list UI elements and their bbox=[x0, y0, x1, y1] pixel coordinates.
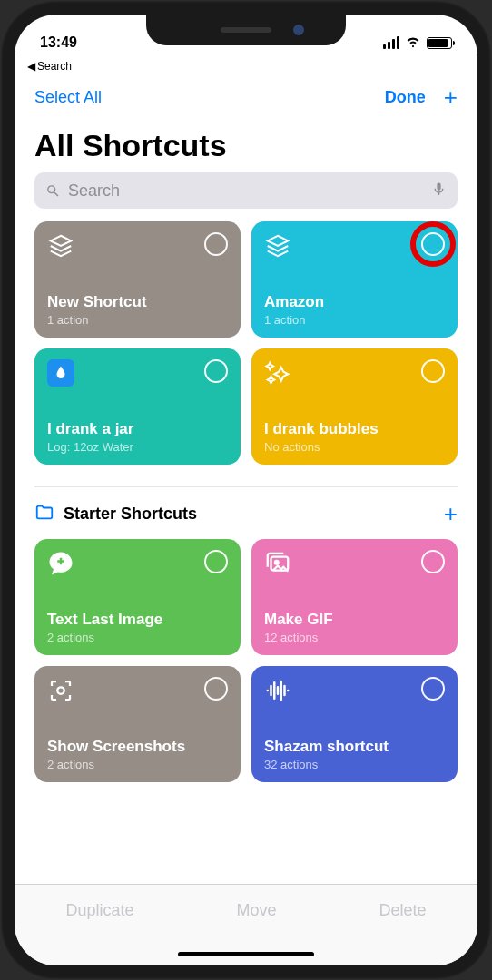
section-add-button[interactable]: + bbox=[444, 500, 458, 528]
select-toggle[interactable] bbox=[421, 359, 445, 383]
shortcut-card[interactable]: I drank bubbles No actions bbox=[251, 348, 458, 465]
bottom-toolbar: Duplicate Move Delete bbox=[15, 884, 477, 965]
screen: 13:49 ◀ Search Select All Done + bbox=[15, 15, 477, 965]
nav-bar: Select All Done + bbox=[15, 73, 477, 115]
move-button[interactable]: Move bbox=[237, 901, 277, 920]
select-all-button[interactable]: Select All bbox=[34, 88, 102, 107]
section-header: Starter Shortcuts + bbox=[15, 500, 477, 539]
chat-plus-icon bbox=[47, 550, 74, 577]
stack-icon bbox=[47, 232, 74, 260]
add-shortcut-button[interactable]: + bbox=[444, 83, 458, 112]
select-toggle[interactable] bbox=[204, 550, 228, 573]
clock: 13:49 bbox=[40, 34, 77, 51]
select-toggle[interactable] bbox=[204, 359, 228, 383]
page-title: All Shortcuts bbox=[15, 115, 477, 172]
shortcut-card[interactable]: Show Screenshots 2 actions bbox=[34, 666, 241, 782]
folder-icon bbox=[34, 503, 54, 526]
shortcut-card[interactable]: New Shortcut 1 action bbox=[34, 221, 241, 338]
stack-icon bbox=[264, 232, 291, 260]
shortcut-card[interactable]: Text Last Image 2 actions bbox=[34, 539, 241, 655]
starter-grid: Text Last Image 2 actions Make GIF 12 ac… bbox=[15, 539, 477, 800]
shortcut-card[interactable]: Make GIF 12 actions bbox=[251, 539, 458, 655]
section-title: Starter Shortcuts bbox=[64, 505, 197, 524]
images-icon bbox=[264, 550, 291, 577]
select-toggle[interactable] bbox=[204, 677, 228, 701]
search-icon bbox=[45, 183, 61, 199]
back-breadcrumb[interactable]: ◀ Search bbox=[15, 58, 477, 73]
duplicate-button[interactable]: Duplicate bbox=[65, 901, 133, 920]
search-input[interactable]: Search bbox=[34, 172, 458, 209]
mic-icon[interactable] bbox=[431, 181, 447, 201]
select-toggle[interactable] bbox=[421, 550, 445, 573]
cell-signal-icon bbox=[383, 36, 399, 49]
drop-icon bbox=[47, 359, 74, 387]
shortcut-card[interactable]: I drank a jar Log: 12oz Water bbox=[34, 348, 241, 465]
shortcut-card[interactable]: Amazon 1 action bbox=[251, 221, 458, 338]
battery-icon bbox=[427, 37, 452, 49]
screenshot-icon bbox=[47, 677, 74, 704]
wifi-icon bbox=[405, 33, 421, 53]
waveform-icon bbox=[264, 677, 291, 704]
done-button[interactable]: Done bbox=[385, 88, 426, 107]
shortcuts-grid: New Shortcut 1 action Amazon 1 action bbox=[15, 221, 477, 483]
delete-button[interactable]: Delete bbox=[379, 901, 426, 920]
svg-point-1 bbox=[275, 561, 279, 564]
home-indicator[interactable] bbox=[178, 952, 314, 956]
notch bbox=[146, 15, 346, 45]
select-toggle[interactable] bbox=[421, 677, 445, 701]
select-toggle[interactable] bbox=[204, 232, 228, 256]
divider bbox=[34, 486, 458, 487]
chevron-left-icon: ◀ bbox=[27, 60, 35, 73]
phone-frame: 13:49 ◀ Search Select All Done + bbox=[0, 0, 492, 980]
shortcut-card[interactable]: Shazam shortcut 32 actions bbox=[251, 666, 458, 782]
sparkle-icon bbox=[264, 359, 291, 387]
svg-rect-2 bbox=[57, 687, 64, 694]
highlight-annotation bbox=[410, 221, 456, 267]
